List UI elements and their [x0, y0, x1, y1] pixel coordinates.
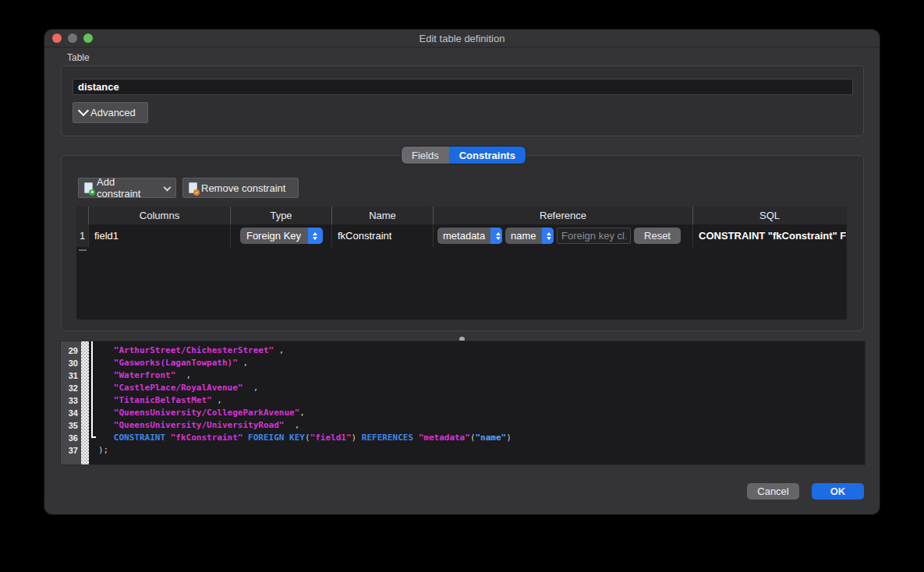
- constraints-table-header: Columns Type Name Reference SQL: [76, 207, 847, 224]
- advanced-toggle-button[interactable]: Advanced: [73, 102, 148, 123]
- cell-reference: metadata name Reset: [434, 224, 693, 247]
- chevron-down-icon: [164, 183, 172, 191]
- popup-stepper-icon: [542, 228, 554, 244]
- editor-line[interactable]: "Waterfront" ,: [98, 369, 863, 382]
- window-title: Edit table definition: [44, 30, 880, 47]
- add-constraint-button[interactable]: Add constraint: [78, 178, 176, 198]
- reference-table-popup[interactable]: metadata: [437, 228, 502, 244]
- header-type[interactable]: Type: [231, 207, 332, 224]
- line-number-gutter: 293031323334353637: [61, 341, 81, 464]
- ok-button[interactable]: OK: [812, 483, 864, 500]
- header-name[interactable]: Name: [332, 207, 434, 224]
- code-area[interactable]: "ArthurStreet/ChichesterStreet" , "Gaswo…: [98, 344, 863, 457]
- cell-columns[interactable]: field1: [89, 224, 231, 247]
- line-number: 32: [61, 382, 81, 394]
- editor-line[interactable]: "TitanicBelfastMet" ,: [98, 394, 863, 407]
- desktop-background: Edit table definition Table Advanced Fie…: [0, 0, 924, 572]
- header-reference[interactable]: Reference: [434, 207, 693, 224]
- line-number: 36: [61, 432, 81, 444]
- line-number: 35: [61, 419, 81, 432]
- cell-sql: CONSTRAINT "fkConstraint" FO: [693, 224, 846, 247]
- line-number: 29: [61, 344, 81, 357]
- fold-indicator: [91, 341, 96, 438]
- advanced-label: Advanced: [90, 107, 136, 118]
- remove-constraint-icon: [189, 182, 197, 193]
- editor-change-margin: [81, 341, 89, 464]
- header-row-number: [76, 207, 89, 224]
- type-popup-value: Foreign Key: [240, 228, 308, 244]
- editor-line[interactable]: "CastlePlace/RoyalAvenue" ,: [98, 382, 863, 394]
- reset-button[interactable]: Reset: [634, 228, 681, 244]
- editor-line[interactable]: CONSTRAINT "fkConstraint" FOREIGN KEY("f…: [98, 432, 863, 444]
- tab-fields[interactable]: Fields: [402, 147, 449, 164]
- editor-line[interactable]: "Gasworks(LaganTowpath)" ,: [98, 357, 863, 369]
- tab-bar: Fields Constraints: [402, 147, 526, 164]
- line-number: 33: [61, 394, 81, 407]
- table-group-label: Table: [67, 52, 90, 63]
- row-number: 1: [76, 224, 89, 247]
- table-name-input[interactable]: [73, 79, 853, 95]
- editor-line[interactable]: "QueensUniversity/CollegeParkAvenue",: [98, 407, 863, 419]
- reference-column-popup[interactable]: name: [505, 228, 554, 244]
- line-number: 37: [61, 444, 81, 457]
- sql-editor[interactable]: 293031323334353637 "ArthurStreet/Chiches…: [60, 341, 866, 465]
- constraint-row[interactable]: 1 field1 Foreign Key fkConstraint metada…: [76, 224, 847, 247]
- popup-stepper-icon: [308, 228, 323, 244]
- next-row-stub: [79, 249, 87, 251]
- header-sql[interactable]: SQL: [693, 207, 846, 224]
- remove-constraint-label: Remove constraint: [201, 182, 285, 194]
- reference-column-value: name: [505, 228, 542, 244]
- editor-line[interactable]: );: [98, 444, 863, 457]
- line-number: 30: [61, 357, 81, 369]
- editor-line[interactable]: "ArthurStreet/ChichesterStreet" ,: [98, 344, 863, 357]
- line-number: 34: [61, 407, 81, 419]
- cell-name[interactable]: fkConstraint: [332, 224, 434, 247]
- add-constraint-icon: [84, 182, 93, 193]
- constraints-table: Columns Type Name Reference SQL 1 field1…: [76, 207, 847, 320]
- line-number: 31: [61, 369, 81, 382]
- editor-line[interactable]: "QueensUniversity/UniversityRoad" ,: [98, 419, 863, 432]
- header-columns[interactable]: Columns: [89, 207, 231, 224]
- chevron-down-icon: [78, 105, 89, 116]
- plus-badge-icon: [89, 189, 95, 196]
- type-popup[interactable]: Foreign Key: [240, 228, 323, 244]
- tab-constraints[interactable]: Constraints: [449, 147, 526, 164]
- edit-table-definition-dialog: Edit table definition Table Advanced Fie…: [44, 30, 880, 514]
- fk-clause-input[interactable]: [557, 228, 631, 244]
- add-constraint-label: Add constraint: [97, 176, 158, 199]
- titlebar[interactable]: Edit table definition: [44, 30, 880, 48]
- table-group: Advanced: [61, 65, 864, 136]
- cancel-button[interactable]: Cancel: [747, 483, 799, 500]
- remove-constraint-button[interactable]: Remove constraint: [182, 178, 299, 198]
- reference-table-value: metadata: [437, 228, 490, 244]
- minus-badge-icon: [193, 189, 200, 196]
- cell-type: Foreign Key: [231, 224, 332, 247]
- popup-stepper-icon: [490, 228, 502, 244]
- constraints-panel: Add constraint Remove constraint Columns…: [61, 155, 864, 331]
